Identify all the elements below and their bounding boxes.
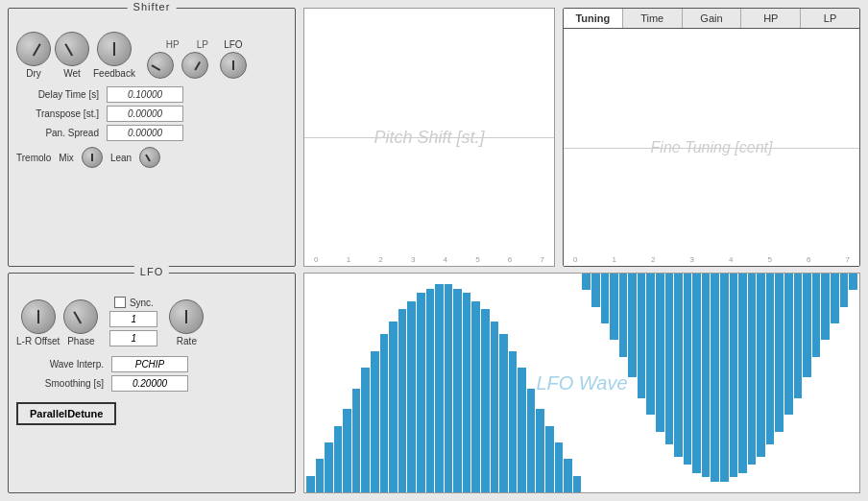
tremolo-row: Tremolo Mix Lean: [16, 147, 287, 168]
wave-bar: [407, 301, 416, 492]
wave-bar: [656, 274, 664, 432]
lr-offset-knob[interactable]: [21, 299, 56, 334]
wave-bar: [591, 274, 600, 307]
tab-time[interactable]: Time: [623, 9, 683, 28]
lfo-panel: LFO L-R Offset Phase: [8, 273, 296, 493]
wave-bar: [775, 274, 784, 432]
wave-bar: [738, 274, 747, 473]
wave-bar: [711, 274, 719, 482]
tab-tuning[interactable]: Tuning: [564, 9, 623, 28]
tab-gain[interactable]: Gain: [683, 9, 742, 28]
phase-knob-indicator: [74, 312, 83, 324]
mix-knob[interactable]: [82, 147, 103, 168]
wave-bar: [619, 274, 628, 357]
transpose-row: Transpose [st.]: [16, 106, 287, 122]
hp-lp-knobs-row: [147, 52, 208, 79]
transpose-input[interactable]: [107, 106, 183, 122]
wave-bar: [545, 426, 554, 492]
hp-label: HP: [166, 39, 180, 50]
wave-bar: [720, 274, 729, 482]
tuning-tabs: Tuning Time Gain HP LP: [564, 9, 859, 29]
wave-bar: [684, 274, 692, 465]
wave-bar: [812, 274, 821, 357]
wave-bar: [471, 301, 480, 492]
lr-offset-label: L-R Offset: [16, 336, 60, 346]
wave-bar: [352, 389, 361, 492]
sync-input-2[interactable]: [109, 330, 157, 346]
wave-bar: [463, 293, 471, 492]
lean-knob[interactable]: [139, 147, 160, 168]
wave-bar: [371, 351, 379, 492]
wet-knob[interactable]: [55, 32, 89, 66]
lfo-knob-indicator: [232, 60, 234, 70]
rate-knob[interactable]: [169, 299, 204, 334]
rate-label: Rate: [177, 336, 197, 346]
wave-bar: [527, 389, 536, 492]
tuning-axis-numbers: 0 1 2 3 4 5 6 7: [573, 255, 850, 264]
wave-bar: [757, 274, 765, 457]
pan-spread-input[interactable]: [107, 125, 183, 141]
lfo-params: Wave Interp. Smoothing [s]: [16, 356, 287, 392]
dry-knob-group: Dry: [16, 32, 51, 79]
pitch-display: Pitch Shift [st.] 0 1 2 3 4 5 6 7: [303, 8, 555, 267]
wave-bar: [453, 289, 462, 492]
wave-bar: [849, 274, 857, 290]
wave-bar: [702, 274, 711, 477]
shifter-panel: Shifter Dry Wet: [8, 8, 296, 267]
wave-bar: [821, 274, 830, 340]
feedback-knob-group: Feedback: [93, 32, 135, 79]
tab-lp[interactable]: LP: [801, 9, 859, 28]
phase-knob-group: Phase: [63, 299, 98, 346]
rate-knob-indicator: [185, 310, 187, 323]
transpose-label: Transpose [st.]: [16, 108, 103, 119]
hp-knob[interactable]: [147, 52, 174, 79]
wave-bar: [499, 334, 508, 492]
feedback-label: Feedback: [93, 68, 135, 79]
wave-bar: [536, 409, 544, 492]
feedback-knob-indicator: [113, 42, 115, 56]
tuning-display: Fine Tuning [cent] 0 1 2 3 4 5 6 7: [564, 29, 859, 266]
lfo-title: LFO: [134, 266, 169, 277]
wet-knob-indicator: [64, 44, 73, 57]
feedback-knob[interactable]: [97, 32, 132, 66]
lp-label: LP: [197, 39, 208, 50]
wave-bar: [491, 322, 499, 492]
wave-bar: [610, 274, 618, 340]
lfo-wave-display: LFO Wave: [303, 273, 860, 493]
wave-bar: [435, 284, 444, 492]
sync-checkbox[interactable]: [114, 297, 126, 308]
wave-interp-label: Wave Interp.: [16, 359, 108, 370]
parallel-detune-button[interactable]: ParallelDetune: [16, 402, 116, 425]
lp-knob[interactable]: [181, 52, 208, 79]
wave-bar: [692, 274, 701, 473]
tremolo-label: Tremolo: [16, 153, 51, 163]
top-section: Shifter Dry Wet: [8, 8, 860, 267]
wave-bar: [481, 309, 490, 492]
pitch-axis-numbers: 0 1 2 3 4 5 6 7: [314, 255, 544, 264]
phase-knob[interactable]: [63, 299, 98, 334]
tab-hp[interactable]: HP: [741, 9, 801, 28]
wave-bar: [564, 459, 572, 492]
wave-bar: [748, 274, 757, 465]
sync-label: Sync.: [130, 298, 154, 308]
wave-bar: [518, 368, 526, 492]
smoothing-input[interactable]: [111, 375, 188, 392]
bottom-section: LFO L-R Offset Phase: [8, 273, 860, 493]
lr-offset-knob-indicator: [37, 310, 39, 323]
dry-knob[interactable]: [16, 32, 51, 66]
wave-bar: [674, 274, 683, 457]
delay-time-input[interactable]: [107, 86, 183, 103]
wave-bar: [831, 274, 839, 323]
sync-area: Sync.: [109, 297, 157, 346]
lean-label: Lean: [110, 153, 132, 163]
sync-input-1[interactable]: [109, 311, 157, 327]
wet-knob-group: Wet: [55, 32, 89, 79]
pan-spread-label: Pan. Spread: [16, 128, 103, 138]
tuning-label: Fine Tuning [cent]: [651, 139, 773, 156]
wave-bar: [306, 476, 315, 492]
lfo-knob-shifter[interactable]: [220, 52, 247, 79]
wave-interp-input[interactable]: [111, 356, 188, 372]
dry-knob-indicator: [33, 44, 41, 57]
wave-bar: [573, 476, 582, 492]
wave-bar: [646, 274, 655, 415]
